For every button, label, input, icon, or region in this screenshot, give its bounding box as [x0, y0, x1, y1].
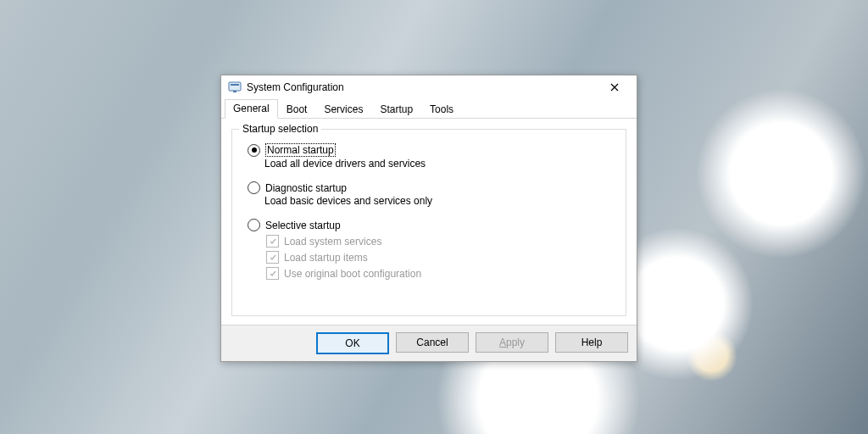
tab-panel-general: Startup selection Normal startup Load al… [221, 119, 637, 325]
close-button[interactable] [598, 78, 632, 97]
titlebar[interactable]: System Configuration [221, 75, 637, 99]
checkbox-icon [266, 251, 279, 264]
checkbox-load-system-services: Load system services [266, 235, 615, 248]
checkbox-label: Load startup items [284, 252, 368, 264]
group-legend: Startup selection [239, 123, 321, 135]
cancel-button[interactable]: Cancel [396, 332, 469, 353]
apply-accesskey: A [499, 337, 506, 348]
checkbox-original-boot-config: Use original boot configuration [266, 267, 615, 280]
apply-suffix: pply [506, 337, 525, 348]
radio-icon [248, 219, 260, 231]
dialog-button-bar: OK Cancel Apply Help [221, 325, 637, 361]
app-icon [228, 81, 242, 94]
tab-startup[interactable]: Startup [371, 100, 421, 119]
radio-icon [248, 144, 260, 157]
tab-tools[interactable]: Tools [421, 100, 462, 119]
checkbox-load-startup-items: Load startup items [266, 251, 615, 264]
close-icon [610, 83, 619, 92]
option-normal-desc: Load all device drivers and services [264, 158, 615, 170]
checkbox-icon [266, 267, 279, 280]
option-selective-startup[interactable]: Selective startup [248, 219, 615, 231]
apply-button[interactable]: Apply [476, 332, 548, 353]
startup-selection-group: Startup selection Normal startup Load al… [231, 129, 626, 316]
tab-services[interactable]: Services [315, 100, 371, 119]
tab-general[interactable]: General [225, 99, 278, 119]
option-normal-startup[interactable]: Normal startup Load all device drivers a… [248, 143, 615, 170]
svg-rect-2 [233, 91, 236, 92]
option-selective-label: Selective startup [265, 220, 341, 231]
desktop-wallpaper: System Configuration General Boot Servic… [0, 0, 868, 434]
window-title: System Configuration [247, 81, 598, 93]
option-diagnostic-startup[interactable]: Diagnostic startup Load basic devices an… [248, 181, 615, 207]
option-diagnostic-label: Diagnostic startup [265, 182, 347, 194]
ok-button[interactable]: OK [316, 332, 389, 354]
checkbox-icon [266, 235, 279, 248]
svg-rect-1 [231, 84, 239, 86]
option-normal-label: Normal startup [265, 143, 336, 157]
system-configuration-window: System Configuration General Boot Servic… [220, 75, 637, 362]
svg-rect-0 [229, 82, 241, 91]
tab-boot[interactable]: Boot [278, 100, 316, 119]
checkbox-label: Use original boot configuration [284, 268, 421, 280]
tabstrip: General Boot Services Startup Tools [221, 99, 637, 119]
radio-icon [248, 181, 260, 194]
checkbox-label: Load system services [284, 236, 381, 248]
option-diagnostic-desc: Load basic devices and services only [264, 195, 615, 207]
help-button[interactable]: Help [555, 332, 628, 353]
